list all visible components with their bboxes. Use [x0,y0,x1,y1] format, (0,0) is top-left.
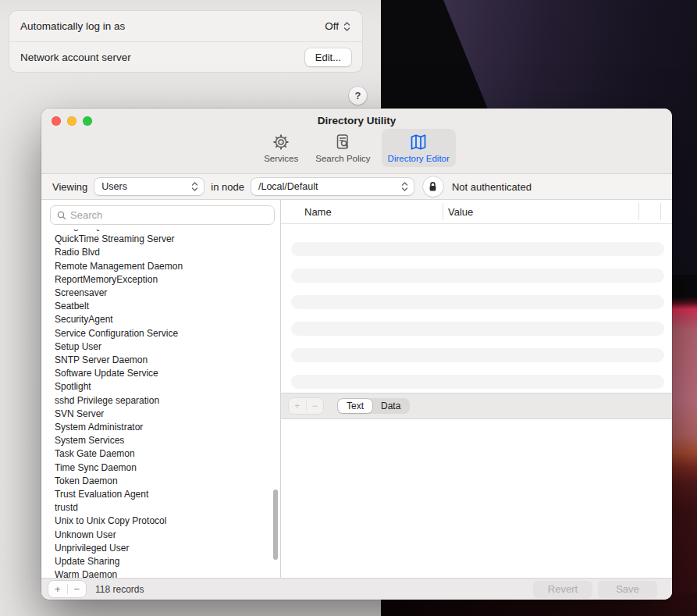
attribute-table-header: Name Value [281,200,672,224]
list-item[interactable]: SNTP Server Daemon [55,354,280,367]
gear-icon [272,132,290,152]
column-divider[interactable] [638,203,639,220]
window-content: PostgreSQL ServerQuickTime Streaming Ser… [41,200,672,578]
list-item[interactable]: SecurityAgent [55,313,280,326]
viewing-bar: Viewing Users in node /Local/Default Not… [41,174,672,200]
value-editor-area[interactable] [281,419,672,578]
in-node-label: in node [211,181,244,193]
record-editor: Name Value + − Text Data [281,200,672,578]
list-item[interactable]: Update Sharing [55,555,280,568]
records-count: 118 records [95,584,144,595]
column-header-value[interactable]: Value [443,206,672,218]
toolbar: Services Search Policy [41,129,672,167]
list-item[interactable]: Software Update Service [55,367,280,380]
auto-login-popup-button[interactable] [343,21,351,32]
add-record-button[interactable]: + [48,582,67,597]
list-item[interactable]: Task Gate Daemon [55,447,280,461]
column-divider[interactable] [443,203,443,220]
attribute-table-body[interactable] [281,224,672,393]
empty-row-stripe [291,322,664,336]
toolbar-label-directory-editor: Directory Editor [388,154,450,163]
list-item[interactable]: trustd [55,501,280,515]
list-item[interactable]: System Administrator [55,421,280,434]
list-item[interactable]: Time Sync Daemon [55,461,280,475]
window-footer: + − 118 records Revert Save [41,578,672,600]
toolbar-label-services: Services [264,154,298,163]
login-options-group: Automatically log in as Off Network acco… [9,11,362,72]
edit-network-server-button[interactable]: Edit... [305,48,351,66]
list-item[interactable]: SVN Server [55,408,280,421]
attribute-toolbar: + − Text Data [281,393,672,419]
list-item[interactable]: Warm Daemon [55,568,280,578]
viewing-label: Viewing [52,181,87,193]
toolbar-item-directory-editor[interactable]: Directory Editor [382,129,456,167]
list-item[interactable]: Unprivileged User [55,542,280,555]
list-item[interactable]: Screensaver [55,287,280,300]
lock-icon [428,181,438,192]
network-account-row: Network account server Edit... [9,41,362,72]
map-icon [409,132,428,152]
empty-row-stripe [291,375,664,389]
toolbar-item-search-policy[interactable]: Search Policy [309,129,376,167]
list-item[interactable]: Trust Evaluation Agent [55,488,280,501]
document-search-icon [333,132,352,152]
node-value: /Local/Default [258,181,400,192]
empty-row-stripe [291,295,664,309]
record-type-value: Users [101,181,190,192]
segment-text[interactable]: Text [338,399,372,413]
auto-login-label: Automatically log in as [20,20,325,32]
search-icon [57,211,66,220]
segment-data[interactable]: Data [372,399,409,413]
save-button[interactable]: Save [599,582,656,597]
empty-row-stripe [291,242,664,256]
text-data-segmented-control: Text Data [337,398,410,414]
empty-row-stripe [291,269,664,283]
add-attribute-button[interactable]: + [289,398,306,414]
attribute-add-remove-group: + − [289,398,323,414]
record-type-select[interactable]: Users [94,178,204,195]
lock-button[interactable] [423,176,443,197]
list-item[interactable]: QuickTime Streaming Server [55,233,280,246]
list-item[interactable]: Remote Management Daemon [55,260,280,273]
list-item[interactable]: System Services [55,434,280,447]
network-account-label: Network account server [20,52,305,63]
list-item[interactable]: Token Daemon [55,475,280,488]
auth-status: Not authenticated [452,181,532,193]
column-divider[interactable] [660,203,661,220]
list-item[interactable]: Unknown User [55,529,280,542]
auto-login-row: Automatically log in as Off [9,11,362,41]
sidebar-scrollbar[interactable] [273,490,278,560]
column-header-name[interactable]: Name [281,206,443,218]
list-item[interactable]: ReportMemoryException [55,273,280,287]
record-sidebar: PostgreSQL ServerQuickTime Streaming Ser… [41,200,281,578]
node-select[interactable]: /Local/Default [251,178,414,195]
toolbar-item-services[interactable]: Services [258,129,304,167]
remove-record-button[interactable]: − [68,582,87,597]
list-item[interactable]: Setup User [55,340,280,354]
record-add-remove-group: + − [48,581,86,597]
revert-button[interactable]: Revert [534,582,592,597]
updown-chevron-icon [343,21,351,32]
auto-login-value: Off [325,20,339,32]
updown-chevron-icon [190,181,199,192]
empty-row-stripe [291,348,664,362]
directory-utility-window: Directory Utility Services [41,109,672,600]
list-item[interactable]: Service Configuration Service [55,327,280,340]
updown-chevron-icon [400,181,409,192]
help-button[interactable]: ? [349,87,367,105]
window-title: Directory Utility [41,115,672,126]
user-list[interactable]: PostgreSQL ServerQuickTime Streaming Ser… [41,230,280,578]
list-item[interactable]: Unix to Unix Copy Protocol [55,515,280,528]
remove-attribute-button[interactable]: − [307,398,324,414]
titlebar[interactable]: Directory Utility Services [41,109,672,174]
toolbar-label-search-policy: Search Policy [315,154,370,163]
search-field[interactable] [50,205,275,225]
search-input[interactable] [70,209,268,221]
list-item[interactable]: sshd Privilege separation [55,394,280,408]
list-item[interactable]: Radio Blvd [55,246,280,259]
list-item[interactable]: Seatbelt [55,300,280,313]
list-item[interactable]: Spotlight [55,380,280,393]
